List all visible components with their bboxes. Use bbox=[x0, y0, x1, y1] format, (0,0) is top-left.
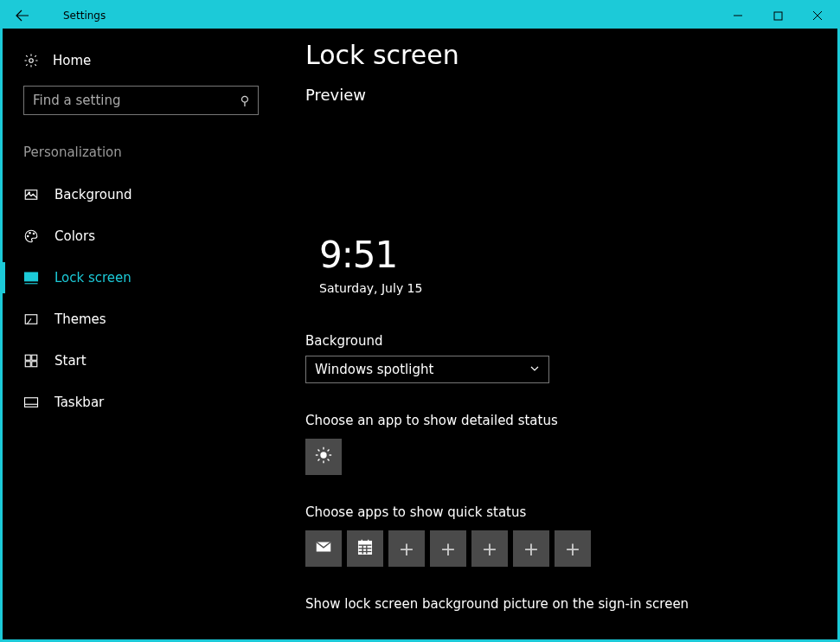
sidebar-item-start[interactable]: Start bbox=[3, 340, 279, 382]
home-link[interactable]: Home bbox=[3, 48, 279, 74]
plus-icon: + bbox=[523, 538, 539, 560]
sidebar-item-taskbar[interactable]: Taskbar bbox=[3, 382, 279, 423]
svg-rect-12 bbox=[32, 362, 37, 367]
quick-status-mail-tile[interactable] bbox=[305, 530, 342, 567]
chevron-down-icon bbox=[529, 363, 540, 376]
back-button[interactable] bbox=[3, 3, 42, 29]
home-label: Home bbox=[53, 53, 91, 68]
signin-background-label: Show lock screen background picture on t… bbox=[305, 596, 806, 612]
svg-rect-7 bbox=[25, 273, 38, 281]
taskbar-icon bbox=[23, 395, 39, 410]
detailed-status-row bbox=[305, 439, 806, 475]
preview-heading: Preview bbox=[305, 86, 806, 104]
image-icon bbox=[23, 187, 39, 202]
background-dropdown[interactable]: Windows spotlight bbox=[305, 356, 549, 383]
svg-point-6 bbox=[33, 233, 35, 234]
plus-icon: + bbox=[440, 538, 456, 560]
page-title: Lock screen bbox=[305, 40, 806, 70]
quick-status-add-tile[interactable]: + bbox=[388, 530, 425, 567]
close-icon bbox=[812, 10, 823, 21]
svg-line-20 bbox=[317, 449, 319, 451]
sidebar-item-label: Colors bbox=[55, 228, 95, 244]
background-label: Background bbox=[305, 333, 806, 349]
minimize-button[interactable] bbox=[718, 3, 758, 29]
svg-line-23 bbox=[328, 449, 330, 451]
palette-icon bbox=[23, 228, 39, 244]
svg-rect-13 bbox=[25, 398, 38, 408]
svg-point-3 bbox=[29, 192, 30, 194]
quick-status-add-tile[interactable]: + bbox=[430, 530, 466, 567]
sidebar: Home ⚲ Personalization Background Colors bbox=[3, 29, 279, 639]
sidebar-item-colors[interactable]: Colors bbox=[3, 215, 279, 257]
paint-icon bbox=[23, 311, 39, 327]
search-box[interactable]: ⚲ bbox=[23, 86, 259, 115]
weather-icon bbox=[314, 446, 333, 468]
quick-status-row: + + + + + bbox=[305, 530, 806, 567]
gear-icon bbox=[23, 53, 39, 68]
calendar-icon bbox=[356, 537, 375, 560]
start-icon bbox=[23, 353, 39, 369]
close-button[interactable] bbox=[798, 3, 837, 29]
svg-rect-10 bbox=[32, 355, 37, 360]
svg-point-4 bbox=[28, 235, 29, 237]
background-value: Windows spotlight bbox=[315, 362, 433, 377]
lock-screen-preview[interactable]: 9:51 Saturday, July 15 bbox=[305, 112, 729, 307]
detailed-status-label: Choose an app to show detailed status bbox=[305, 413, 806, 428]
preview-date: Saturday, July 15 bbox=[319, 281, 422, 295]
svg-point-1 bbox=[29, 59, 34, 63]
search-input[interactable] bbox=[33, 93, 240, 108]
quick-status-add-tile[interactable]: + bbox=[555, 530, 591, 567]
minimize-icon bbox=[733, 10, 743, 21]
maximize-icon bbox=[773, 11, 783, 21]
svg-line-22 bbox=[317, 459, 319, 461]
sidebar-item-label: Taskbar bbox=[55, 395, 104, 410]
svg-line-21 bbox=[328, 459, 330, 461]
settings-window: Settings Home bbox=[0, 0, 840, 642]
sidebar-item-label: Themes bbox=[55, 311, 106, 327]
category-label: Personalization bbox=[3, 144, 279, 174]
sidebar-item-background[interactable]: Background bbox=[3, 174, 279, 215]
main-panel: Lock screen Preview 9:51 Saturday, July … bbox=[279, 29, 837, 639]
quick-status-add-tile[interactable]: + bbox=[471, 530, 508, 567]
quick-status-calendar-tile[interactable] bbox=[347, 530, 383, 567]
sidebar-item-label: Lock screen bbox=[55, 270, 131, 286]
svg-rect-11 bbox=[25, 362, 30, 367]
plus-icon: + bbox=[482, 538, 497, 560]
svg-rect-9 bbox=[25, 355, 30, 360]
detailed-status-app-tile[interactable] bbox=[305, 439, 342, 475]
window-title: Settings bbox=[63, 10, 106, 22]
svg-point-5 bbox=[29, 233, 31, 234]
sidebar-item-themes[interactable]: Themes bbox=[3, 299, 279, 340]
quick-status-label: Choose apps to show quick status bbox=[305, 504, 806, 520]
sidebar-item-label: Background bbox=[55, 187, 132, 202]
search-icon: ⚲ bbox=[240, 93, 249, 107]
quick-status-add-tile[interactable]: + bbox=[513, 530, 549, 567]
sidebar-item-label: Start bbox=[55, 353, 87, 369]
plus-icon: + bbox=[399, 538, 414, 560]
maximize-button[interactable] bbox=[758, 3, 798, 29]
monitor-icon bbox=[23, 270, 39, 286]
preview-time: 9:51 bbox=[319, 234, 397, 276]
svg-rect-0 bbox=[774, 12, 782, 20]
back-arrow-icon bbox=[16, 9, 29, 22]
plus-icon: + bbox=[565, 538, 580, 560]
titlebar: Settings bbox=[3, 3, 837, 29]
svg-point-15 bbox=[320, 452, 326, 458]
mail-icon bbox=[314, 537, 333, 560]
sidebar-item-lock-screen[interactable]: Lock screen bbox=[3, 257, 279, 299]
